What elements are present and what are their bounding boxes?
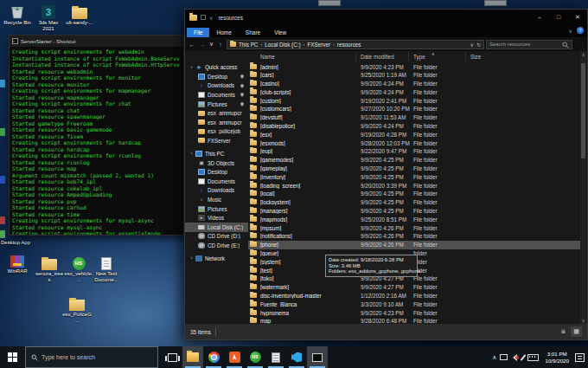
usb-tray-icon[interactable] (522, 354, 524, 361)
taskbar-app-vscode[interactable] (286, 346, 307, 368)
table-row[interactable]: [disablepolice]9/9/2020 4:24 PMFile fold… (248, 122, 580, 131)
desktop-icon-fragment[interactable] (0, 128, 5, 136)
scrollbar-thumb[interactable] (581, 63, 585, 158)
sidebar-item-documents[interactable]: Documents (185, 90, 248, 100)
table-row[interactable]: [custom]9/19/2020 2:41 PMFile folder (248, 96, 580, 105)
recent-locations-icon[interactable]: ∨ (208, 41, 214, 48)
help-icon[interactable]: ? (577, 27, 584, 34)
sidebar-item-downloads[interactable]: ↓Downloads (185, 186, 248, 196)
taskbar-search-input[interactable]: Type here to search (25, 346, 158, 368)
breadcrumb-segment[interactable]: FXServer (307, 42, 330, 48)
minimize-button[interactable]: – (530, 10, 549, 25)
scrollbar[interactable]: ∧ ∨ (580, 51, 586, 324)
desktop-icon-fragment[interactable] (0, 80, 5, 87)
table-row[interactable]: [mpsum]9/9/2020 4:26 PMFile folder (248, 223, 580, 232)
breadcrumb[interactable]: This PC›Local Disk (C:)›FXServer›resourc… (227, 40, 484, 49)
table-row[interactable]: [customcars]9/27/2020 10:20 PMFile folde… (248, 105, 580, 113)
tray-overflow-icon[interactable]: ∧ (492, 354, 496, 361)
table-row[interactable]: [loading_screen]9/20/2020 3:39 PMFile fo… (248, 181, 580, 190)
forward-button[interactable]: → (198, 42, 207, 48)
sidebar-item-cd-drive-d-[interactable]: CD Drive (D:) (185, 232, 248, 242)
column-header-type[interactable]: Type (413, 54, 425, 60)
column-separator[interactable] (408, 52, 409, 61)
tab-view[interactable]: View (267, 28, 293, 37)
quick-access-toolbar-button[interactable] (201, 15, 206, 20)
sidebar-item-pictures[interactable]: Pictures (185, 204, 248, 214)
desktop-icon-fragment[interactable] (0, 230, 5, 238)
chevron-down-icon[interactable]: ∨ (209, 15, 213, 21)
desktop-icon[interactable]: HSesx_vehicle... (64, 255, 93, 283)
back-button[interactable]: ← (188, 42, 196, 48)
column-separator[interactable] (355, 52, 356, 61)
desktop-icon[interactable]: senora_trees (35, 255, 64, 283)
column-header-date-modified[interactable]: Date modified (361, 54, 394, 60)
column-header-size[interactable]: Size (470, 54, 481, 60)
chevron-icon[interactable]: ˅ (190, 65, 193, 70)
table-row[interactable]: [esx]9/19/2020 4:28 PMFile folder (248, 130, 580, 139)
sidebar-item-music[interactable]: ♪Music (185, 195, 248, 204)
close-button[interactable]: ✕ (568, 10, 587, 25)
sidebar-item-downloads[interactable]: ↓Downloads (185, 81, 248, 91)
thumbnail-view-button[interactable]: ▦ (571, 326, 582, 337)
start-button[interactable] (0, 346, 25, 368)
table-row[interactable]: [local]9/9/2020 4:25 PMFile folder (248, 190, 580, 198)
address-dropdown-icon[interactable]: ∨ (470, 42, 474, 48)
sidebar-item-esx-ammupcr[interactable]: esx_ammupcr (185, 108, 248, 118)
scroll-down-icon[interactable]: ∨ (580, 318, 586, 323)
tab-file[interactable]: File (187, 28, 209, 37)
chevron-icon[interactable]: ˅ (190, 255, 193, 261)
sidebar-section-network[interactable]: ˅Network (185, 254, 248, 263)
breadcrumb-segment[interactable]: resources (337, 42, 361, 48)
table-row[interactable]: [locksystem]9/9/2020 4:25 PMFile folder (248, 198, 580, 207)
maximize-button[interactable]: □ (549, 10, 568, 25)
taskbar-app-notepad[interactable] (265, 346, 286, 368)
sidebar-item-pictures[interactable]: Pictures (185, 100, 248, 109)
sidebar-section-quick-access[interactable]: ˅★Quick access (185, 62, 248, 72)
table-row[interactable]: [casino]9/9/2020 4:24 PMFile folder (248, 80, 580, 88)
table-row[interactable]: [inventory]9/9/2020 4:25 PMFile folder (248, 172, 580, 181)
sort-ascending-icon[interactable]: ∧ (431, 51, 435, 56)
table-row[interactable]: [eup]9/22/2020 9:47 PMFile folder (248, 147, 580, 156)
desktop-icon[interactable]: esx_PoliceG... (62, 295, 92, 324)
search-input[interactable]: Search resources (486, 40, 572, 49)
volume-muted-icon[interactable] (511, 354, 519, 361)
taskbar-app-hs[interactable]: HS (245, 346, 265, 368)
sidebar-item-local-disk-c-[interactable]: Local Disk (C:) (185, 223, 248, 232)
table-row[interactable]: disc-inventoryhud-master1/12/2020 2:16 A… (248, 292, 580, 300)
table-row[interactable]: [managers]9/9/2020 4:25 PMFile folder (248, 207, 580, 216)
desktop-icon[interactable]: 33ds Max 2021 (34, 3, 63, 32)
table-row[interactable]: Fuente_Blanca3/3/2020 9:10 AMFile folder (248, 300, 580, 308)
taskbar-app-cmd[interactable] (307, 346, 328, 368)
sidebar-section-this-pc[interactable]: ˅This PC (185, 149, 248, 158)
column-separator[interactable] (465, 52, 466, 61)
sidebar-item-esx-ammupcr[interactable]: esx_ammupcr (185, 118, 248, 127)
scroll-up-icon[interactable]: ∧ (580, 52, 586, 57)
taskbar-app-file-explorer[interactable] (182, 346, 203, 368)
list-view-button[interactable]: ≣ (558, 326, 569, 337)
sidebar-item-videos[interactable]: ▸Videos (185, 213, 248, 223)
table-row[interactable]: [esxmods]9/28/2020 12:03 PMFile folder (248, 139, 580, 147)
sidebar-item-fxserver[interactable]: FXServer (185, 136, 248, 145)
display-tray-icon[interactable] (500, 354, 508, 360)
tab-home[interactable]: Home (209, 28, 238, 37)
sidebar-item-3d-objects[interactable]: ▣3D Objects (185, 158, 248, 168)
ribbon-collapse-icon[interactable]: ∨ (569, 28, 572, 34)
desktop-icon-fragment[interactable] (0, 176, 5, 184)
touch-keyboard-icon[interactable] (527, 354, 539, 361)
desktop-icon[interactable]: ult-sandy-... (65, 3, 94, 26)
sidebar-item-esx-policejob[interactable]: esx_policejob (185, 127, 248, 137)
console-window[interactable]: ServerStarter - Shortcut Creating script… (9, 35, 184, 236)
table-row[interactable]: map9/28/2020 6:48 PMFile folder (248, 317, 580, 324)
sidebar-item-desktop[interactable]: Desktop (185, 72, 248, 81)
table-row[interactable]: [gameplay]9/9/2020 4:25 PMFile folder (248, 165, 580, 173)
console-output[interactable]: Creating script environments for webadmi… (10, 47, 183, 235)
table-row[interactable]: [devstuff]9/1/2020 11:53 AMFile folder (248, 113, 580, 122)
desktop-icon-fragment[interactable] (0, 216, 5, 224)
task-view-button[interactable] (162, 346, 182, 368)
refresh-icon[interactable]: ↻ (476, 42, 481, 48)
sidebar-item-documents[interactable]: Documents (185, 177, 248, 186)
console-titlebar[interactable]: ServerStarter - Shortcut (10, 36, 183, 47)
desktop-icon[interactable]: New Text Docume... (92, 255, 121, 283)
table-row[interactable]: [mapmods]9/25/2020 8:51 PMFile folder (248, 215, 580, 223)
tab-share[interactable]: Share (239, 28, 267, 37)
